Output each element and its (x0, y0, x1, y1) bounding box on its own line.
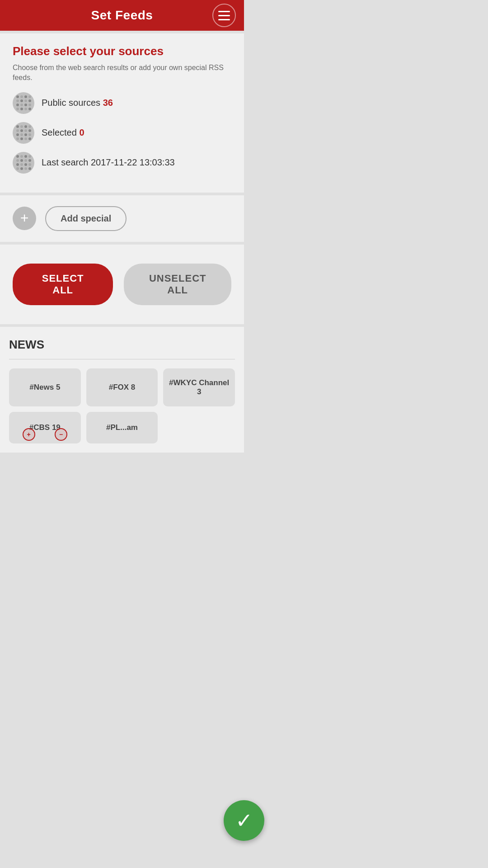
public-sources-label: Public sources (42, 98, 103, 108)
news-item-pltv[interactable]: #PL...am (86, 412, 158, 443)
news-section-card: NEWS #News 5 #FOX 8 #WKYC Channel 3 #CBS… (0, 327, 244, 453)
last-search-row: Last search 2017-11-22 13:03:33 (13, 152, 231, 174)
page-title: Set Feeds (91, 8, 153, 23)
menu-icon-line1 (218, 11, 230, 12)
card-title: Please select your sources (13, 44, 231, 58)
unselect-all-button[interactable]: UNSELECT ALL (124, 264, 231, 305)
news-item-label: #PL...am (106, 423, 138, 432)
news-item-cbs19[interactable]: #CBS 19 + − (9, 412, 81, 443)
card-subtitle: Choose from the web search results or ad… (13, 63, 231, 83)
add-special-button[interactable]: Add special (45, 206, 127, 231)
last-search-text: Last search 2017-11-22 13:03:33 (42, 157, 175, 168)
add-special-row: + Add special (13, 206, 231, 231)
menu-icon-line3 (218, 19, 230, 20)
selected-icon (13, 122, 34, 144)
plus-circle-button[interactable]: + (13, 207, 36, 230)
menu-icon-line2 (218, 15, 230, 16)
select-controls-card: SELECT ALL UNSELECT ALL (0, 245, 244, 324)
app-header: Set Feeds (0, 0, 244, 31)
news-item-label: #WKYC Channel 3 (168, 378, 230, 396)
add-special-card: + Add special (0, 195, 244, 242)
info-card: Please select your sources Choose from t… (0, 33, 244, 193)
dot-grid-icon-3 (16, 155, 31, 170)
selected-label: Selected (42, 127, 79, 137)
news-item-fox8[interactable]: #FOX 8 (86, 368, 158, 406)
news-item-label: #FOX 8 (109, 383, 136, 392)
select-controls-row: SELECT ALL UNSELECT ALL (13, 255, 231, 313)
zoom-in-icon: + (23, 428, 35, 441)
public-sources-text: Public sources 36 (42, 98, 113, 108)
news-divider (9, 359, 235, 359)
last-search-icon (13, 152, 34, 174)
plus-icon: + (20, 211, 29, 225)
selected-text: Selected 0 (42, 127, 84, 138)
selected-row: Selected 0 (13, 122, 231, 144)
news-grid: #News 5 #FOX 8 #WKYC Channel 3 #CBS 19 +… (9, 368, 235, 443)
public-sources-icon (13, 92, 34, 114)
zoom-icons: + − (9, 428, 81, 441)
dot-grid-icon (16, 95, 31, 110)
news-heading: NEWS (9, 338, 235, 352)
selected-count: 0 (79, 127, 84, 137)
public-sources-row: Public sources 36 (13, 92, 231, 114)
zoom-out-icon: − (55, 428, 67, 441)
news-item-news5[interactable]: #News 5 (9, 368, 81, 406)
news-item-label: #News 5 (29, 383, 60, 392)
select-all-button[interactable]: SELECT ALL (13, 264, 113, 305)
menu-button[interactable] (212, 4, 236, 27)
public-sources-count: 36 (103, 98, 113, 108)
news-item-wkyc[interactable]: #WKYC Channel 3 (163, 368, 235, 406)
dot-grid-icon-2 (16, 125, 31, 140)
